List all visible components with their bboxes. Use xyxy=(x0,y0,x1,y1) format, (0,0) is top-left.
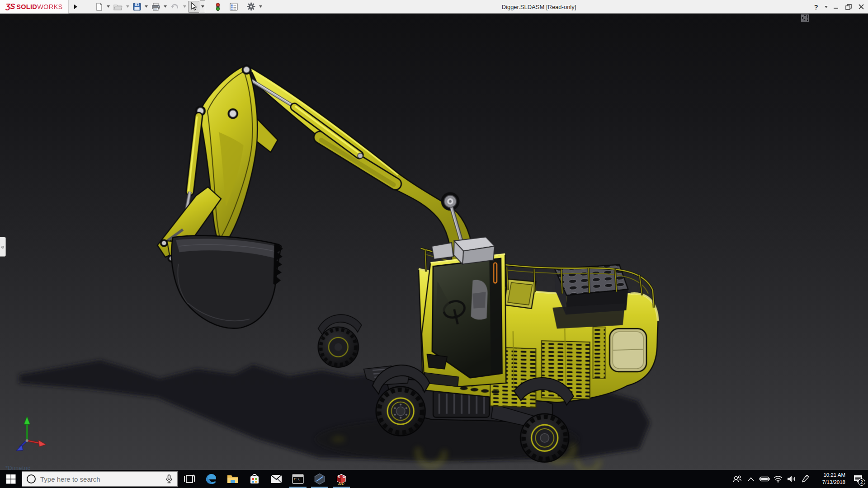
menu-expand-icon[interactable] xyxy=(71,1,80,13)
windows-ink-pen-icon[interactable] xyxy=(798,470,812,488)
orientation-triad xyxy=(16,417,46,451)
action-center-button[interactable]: 2 xyxy=(848,470,868,488)
child-close-button[interactable] xyxy=(855,14,864,23)
restore-button[interactable] xyxy=(844,1,854,12)
svg-text:2017: 2017 xyxy=(338,482,345,485)
solidworks-window: ƷS SOLIDWORKS xyxy=(0,0,868,488)
close-button[interactable] xyxy=(856,1,866,12)
solidworks-logo[interactable]: ƷS SOLIDWORKS xyxy=(0,0,69,14)
volume-icon[interactable] xyxy=(785,470,798,488)
svg-text:W: W xyxy=(343,475,346,479)
child-restore-button[interactable] xyxy=(842,14,851,23)
cab xyxy=(422,237,506,386)
bucket xyxy=(171,235,283,328)
select-tool-button[interactable] xyxy=(188,1,199,13)
store-icon xyxy=(249,474,260,484)
options-gear-icon xyxy=(247,2,255,11)
solidworks-app-icon: S W 2017 xyxy=(335,473,348,485)
file-properties-button[interactable] xyxy=(228,1,240,13)
save-icon xyxy=(133,3,141,11)
open-button[interactable] xyxy=(112,1,124,13)
feature-manager-flyout-tab[interactable] xyxy=(0,237,6,257)
select-tool-dropdown[interactable] xyxy=(200,0,205,13)
store-button[interactable] xyxy=(244,470,265,488)
undo-icon xyxy=(170,3,179,11)
new-document-button[interactable] xyxy=(93,1,105,13)
options-button[interactable] xyxy=(245,1,257,13)
file-properties-icon xyxy=(230,3,238,11)
boom-arm xyxy=(250,67,474,270)
child-minimize-button[interactable] xyxy=(828,14,837,23)
notification-badge: 2 xyxy=(858,479,865,486)
taskbar-apps: C:\_ S W 2017 xyxy=(179,470,352,488)
new-document-icon xyxy=(95,3,103,11)
people-icon[interactable] xyxy=(731,470,744,488)
command-prompt-button[interactable]: C:\_ xyxy=(287,470,309,488)
cab-roof-unit xyxy=(432,237,495,264)
hexagon-app-icon xyxy=(314,473,326,485)
cortana-icon xyxy=(27,474,36,483)
clock-time: 10:21 AM xyxy=(816,472,845,479)
command-prompt-icon: C:\_ xyxy=(292,474,304,484)
titlebar: ƷS SOLIDWORKS xyxy=(0,0,868,14)
windows-logo-icon xyxy=(6,474,16,484)
task-view-icon xyxy=(184,474,195,484)
edge-button[interactable] xyxy=(200,470,222,488)
taskbar-clock[interactable]: 10:21 AM 7/13/2018 xyxy=(816,472,845,486)
cad-utility-button[interactable] xyxy=(309,470,330,488)
document-window-controls xyxy=(801,14,864,23)
taskbar-search[interactable] xyxy=(22,471,178,487)
print-button[interactable] xyxy=(150,1,162,13)
select-cursor-icon xyxy=(190,2,198,11)
microphone-icon[interactable] xyxy=(165,474,173,483)
help-dropdown[interactable] xyxy=(824,1,828,12)
start-button[interactable] xyxy=(0,470,22,488)
task-view-button[interactable] xyxy=(179,470,200,488)
file-explorer-button[interactable] xyxy=(222,470,244,488)
print-dropdown[interactable] xyxy=(163,1,168,13)
mail-button[interactable] xyxy=(265,470,287,488)
system-tray: 10:21 AM 7/13/2018 2 xyxy=(731,470,868,488)
save-button[interactable] xyxy=(131,1,143,13)
save-dropdown[interactable] xyxy=(144,1,149,13)
rear-window xyxy=(609,328,646,371)
battery-icon[interactable] xyxy=(758,470,771,488)
undo-button[interactable] xyxy=(169,1,181,13)
brand-text: SOLIDWORKS xyxy=(16,3,62,10)
graphics-area[interactable]: *Dimetric xyxy=(0,14,868,470)
new-document-dropdown[interactable] xyxy=(106,1,111,13)
brand-mark: ƷS xyxy=(6,2,15,11)
print-icon xyxy=(151,3,160,11)
engine-block xyxy=(552,265,628,329)
search-input[interactable] xyxy=(40,475,161,483)
clock-date: 7/13/2018 xyxy=(816,479,845,486)
open-dropdown[interactable] xyxy=(125,1,130,13)
rebuild-button[interactable] xyxy=(213,1,222,13)
show-pane-right-icon[interactable] xyxy=(815,14,824,23)
standard-toolbar xyxy=(93,0,263,13)
options-dropdown[interactable] xyxy=(258,1,263,13)
minimize-button[interactable] xyxy=(831,1,841,12)
bucket-teeth xyxy=(274,244,283,285)
document-title: Digger.SLDASM [Read-only] xyxy=(502,0,576,14)
file-explorer-icon xyxy=(227,474,239,484)
hidden-icons-chevron[interactable] xyxy=(744,470,758,488)
svg-text:S: S xyxy=(338,475,340,479)
solidworks-button[interactable]: S W 2017 xyxy=(330,470,352,488)
help-button[interactable]: ? xyxy=(811,1,821,12)
window-controls: ? xyxy=(811,0,866,14)
edge-icon xyxy=(205,473,217,485)
front-left-wheel xyxy=(373,365,429,436)
excavator-model xyxy=(0,14,868,470)
wifi-icon[interactable] xyxy=(771,470,785,488)
windows-taskbar: C:\_ S W 2017 xyxy=(0,470,868,488)
undo-dropdown[interactable] xyxy=(182,1,187,13)
open-icon xyxy=(113,3,123,11)
rebuild-traffic-light-icon xyxy=(215,2,221,11)
svg-text:C:\_: C:\_ xyxy=(294,478,302,481)
mail-icon xyxy=(270,474,282,483)
